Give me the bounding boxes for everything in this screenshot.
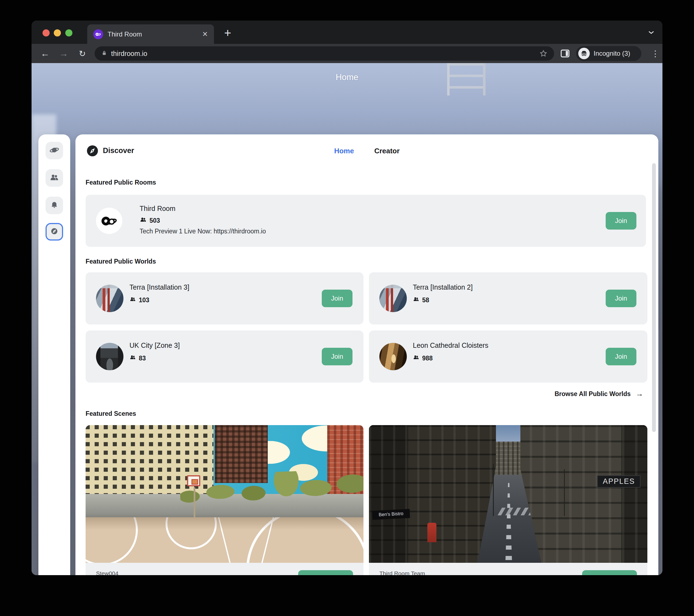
room-name: Third Room [140,205,176,212]
browser-menu-icon[interactable]: ⋮ [649,47,661,60]
discover-tabs: Home Creator [75,134,658,167]
join-world-button[interactable]: Join [322,348,352,365]
join-world-button[interactable]: Join [322,290,352,307]
create-world-button[interactable]: Create World [298,570,353,575]
members-icon [140,216,147,225]
left-buildings [369,425,500,563]
third-room-favicon-icon [93,29,103,39]
scenes-section-heading: Featured Scenes [86,410,136,417]
window-close-button[interactable] [42,29,50,36]
uk-city-scene-preview: APPLES Ben's Bistro [369,425,647,563]
world-card: Leon Cathedral Cloisters 988 Join [369,331,647,382]
sidebar-item-notifications[interactable] [45,197,63,214]
featured-room-card: Third Room 503 Tech Preview 1 Live Now: … [86,195,646,247]
red-postbox [427,523,436,542]
world-member-count: 83 [129,354,146,362]
join-world-button[interactable]: Join [606,348,636,365]
sidebar-item-friends[interactable] [45,169,63,187]
new-tab-button[interactable]: + [220,25,235,40]
scene-footer: Stew004 Basketball Court Create World [86,563,363,575]
discover-panel: Discover Home Creator Featured Public Ro… [75,134,658,575]
rooms-section-heading: Featured Public Rooms [86,179,156,186]
world-avatar [96,285,124,312]
lock-icon [101,50,107,57]
sidebar-item-discover[interactable] [45,223,63,241]
members-icon [413,354,419,362]
back-button[interactable]: ← [39,47,51,60]
compass-icon [50,226,59,237]
tab-title: Third Room [108,31,142,38]
incognito-icon [578,48,590,59]
tab-search-chevron-icon[interactable] [647,28,655,36]
people-icon [49,172,59,184]
world-member-count: 58 [413,296,429,304]
bell-icon [50,200,59,211]
scene-footer: Third Room Team UK City Create World [369,563,647,575]
tab-creator[interactable]: Creator [374,147,399,155]
members-icon [413,296,419,304]
members-icon [129,354,136,362]
tab-home[interactable]: Home [334,147,354,155]
world-name: Terra [Installation 3] [129,283,189,291]
side-panel-icon[interactable] [560,48,570,59]
incognito-badge[interactable]: Incognito (3) [576,46,641,61]
room-member-count-value: 503 [149,217,160,224]
scene-author: Third Room Team [379,570,425,575]
world-name: Leon Cathedral Cloisters [413,341,488,350]
join-room-button[interactable]: Join [606,212,636,229]
world-member-count-value: 103 [139,297,149,304]
sidebar-item-worlds[interactable] [45,142,63,160]
scene-author: Stew004 [96,570,152,575]
browser-tab[interactable]: Third Room ✕ [87,24,214,44]
world-card: Terra [Installation 3] 103 Join [86,272,363,324]
apples-shop-sign: APPLES [597,475,640,488]
third-room-logo-icon [96,208,122,234]
join-world-button[interactable]: Join [606,290,636,307]
screen: Third Room ✕ + ← → ↻ thirdroom.io [0,0,694,616]
world-avatar [96,343,124,370]
bookmark-star-icon[interactable] [539,49,548,58]
world-name: Terra [Installation 2] [413,283,473,291]
world-member-count-value: 83 [139,355,146,362]
basketball-court-scene-preview [86,425,363,563]
address-bar[interactable]: thirdroom.io [95,46,554,61]
room-member-count: 503 [140,216,160,225]
world-member-count-value: 988 [422,355,433,362]
world-avatar [379,343,407,370]
world-member-count: 988 [413,354,433,362]
bens-bistro-sign: Ben's Bistro [372,509,410,520]
window-zoom-button[interactable] [65,29,72,36]
window-minimize-button[interactable] [54,29,61,36]
hedge [180,469,363,505]
world-member-count: 103 [129,296,149,304]
app-sidebar: M [38,134,70,575]
web-content: Home [32,63,662,575]
court-shadow [86,517,363,529]
browser-window: Third Room ✕ + ← → ↻ thirdroom.io [32,21,662,575]
basketball-hoop [187,475,200,486]
world-member-count-value: 58 [422,297,429,304]
arrow-right-icon: → [636,390,643,398]
reload-button[interactable]: ↻ [76,47,89,60]
incognito-label: Incognito (3) [593,50,630,57]
world-avatar [379,285,407,312]
create-world-button[interactable]: Create World [582,570,637,575]
page-title: Home [32,72,662,82]
forward-button[interactable]: → [57,47,70,60]
planet-icon [49,145,59,156]
browse-all-public-worlds-link[interactable]: Browse All Public Worlds → [555,390,643,398]
panel-scrollbar[interactable] [652,163,656,432]
worlds-section-heading: Featured Public Worlds [86,258,156,265]
members-icon [129,296,136,304]
world-name: UK City [Zone 3] [129,341,180,350]
world-card: UK City [Zone 3] 83 Join [86,331,363,382]
tree-silhouette [564,469,565,516]
scene-card: Stew004 Basketball Court Create World [86,425,363,575]
room-description: Tech Preview 1 Live Now: https://thirdro… [140,228,266,235]
browser-toolbar: ← → ↻ thirdroom.io Incognito (3) [32,44,662,63]
tab-close-icon[interactable]: ✕ [202,31,208,38]
world-card: Terra [Installation 2] 58 Join [369,272,647,324]
browse-all-label: Browse All Public Worlds [555,390,631,398]
tree-silhouette [493,464,494,516]
scene-card: APPLES Ben's Bistro Third Room Team UK C… [369,425,647,575]
